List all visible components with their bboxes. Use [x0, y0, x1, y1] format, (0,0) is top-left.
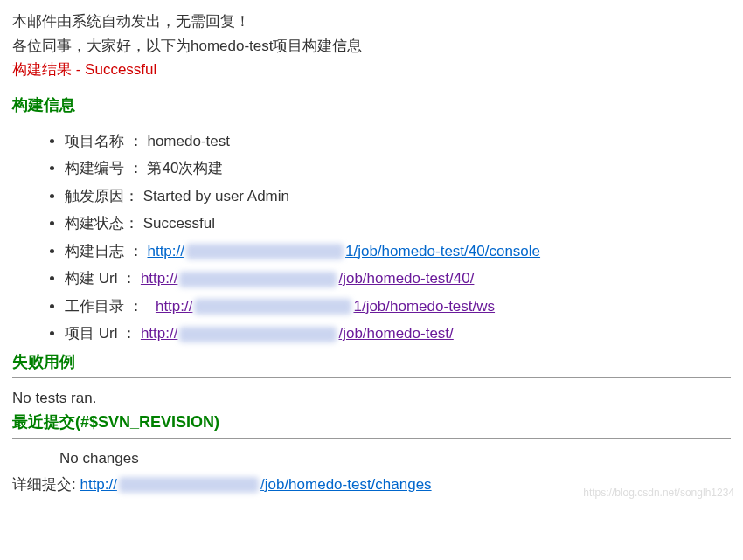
- list-item: 构建状态： Successful: [65, 212, 731, 235]
- no-changes-text: No changes: [59, 447, 731, 470]
- detail-commit-link-prefix[interactable]: http://: [80, 476, 117, 493]
- project-url-link-prefix[interactable]: http://: [141, 325, 178, 342]
- project-url-label: 项目 Url ：: [65, 325, 136, 342]
- list-item: 触发原因： Started by user Admin: [65, 185, 731, 208]
- project-url-link-suffix[interactable]: /job/homedo-test/: [338, 325, 453, 342]
- build-url-label: 构建 Url ：: [65, 270, 136, 287]
- redacted-icon: [179, 327, 337, 342]
- detail-commit-link-suffix[interactable]: /job/homedo-test/changes: [260, 476, 432, 493]
- trigger-value: Started by user Admin: [139, 188, 289, 204]
- list-item: 构建 Url ： http:///job/homedo-test/40/: [65, 267, 731, 290]
- email-header: 本邮件由系统自动发出，无需回复！ 各位同事，大家好，以下为homedo-test…: [12, 10, 731, 81]
- redacted-icon: [179, 272, 337, 287]
- status-label: 构建状态：: [65, 215, 139, 232]
- build-number-value: 第40次构建: [143, 160, 224, 176]
- list-item: 项目 Url ： http:///job/homedo-test/: [65, 322, 731, 345]
- status-value: Successful: [139, 215, 215, 232]
- build-url-link-prefix[interactable]: http://: [141, 270, 178, 287]
- build-number-label: 构建编号 ：: [65, 160, 143, 176]
- divider: [12, 121, 731, 121]
- recent-commit-title: 最近提交(#$SVN_REVISION): [12, 411, 731, 434]
- list-item: 工作目录 ： http://1/job/homedo-test/ws: [65, 295, 731, 318]
- trigger-label: 触发原因：: [65, 188, 139, 204]
- redacted-icon: [186, 244, 344, 259]
- project-name-label: 项目名称 ：: [65, 133, 143, 149]
- divider: [12, 438, 731, 439]
- build-info-list: 项目名称 ： homedo-test 构建编号 ： 第40次构建 触发原因： S…: [12, 130, 731, 345]
- list-item: 构建编号 ： 第40次构建: [65, 157, 731, 180]
- failed-cases-title: 失败用例: [12, 350, 731, 374]
- no-tests-text: No tests ran.: [12, 387, 731, 410]
- list-item: 构建日志 ： http://1/job/homedo-test/40/conso…: [65, 240, 731, 263]
- workdir-link-suffix[interactable]: 1/job/homedo-test/ws: [353, 298, 495, 315]
- redacted-icon: [119, 477, 259, 493]
- build-url-link-suffix[interactable]: /job/homedo-test/40/: [338, 270, 474, 287]
- redacted-icon: [194, 299, 351, 315]
- detail-commit-label: 详细提交:: [12, 476, 80, 493]
- divider: [12, 377, 731, 378]
- list-item: 项目名称 ： homedo-test: [65, 130, 731, 153]
- build-info-title: 构建信息: [12, 93, 731, 117]
- build-log-label: 构建日志 ：: [65, 243, 143, 259]
- workdir-link-prefix[interactable]: http://: [156, 298, 193, 315]
- header-line-1: 本邮件由系统自动发出，无需回复！: [12, 10, 731, 33]
- watermark-text: https://blog.csdn.net/songlh1234: [583, 485, 734, 501]
- build-log-link-suffix[interactable]: 1/job/homedo-test/40/console: [345, 243, 540, 259]
- build-result: 构建结果 - Successful: [12, 59, 731, 81]
- workdir-label: 工作目录 ：: [65, 298, 143, 315]
- project-name-value: homedo-test: [143, 133, 230, 149]
- build-log-link-prefix[interactable]: http://: [147, 243, 184, 259]
- header-line-2: 各位同事，大家好，以下为homedo-test项目构建信息: [12, 35, 731, 58]
